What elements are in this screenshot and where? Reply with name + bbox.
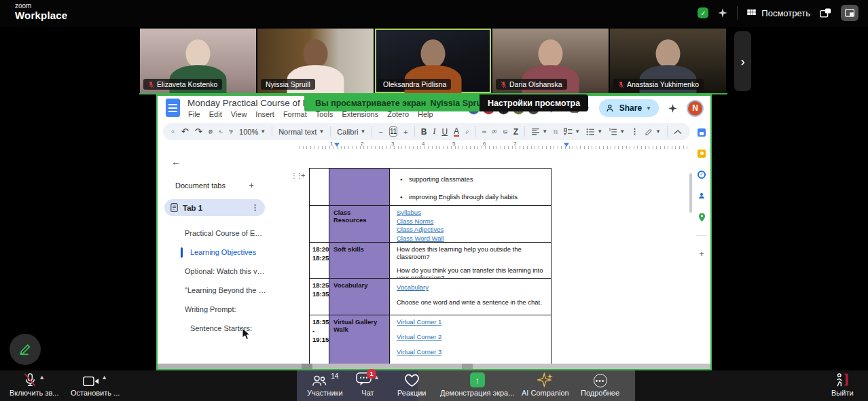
mouse-cursor	[242, 328, 251, 341]
right-indent-marker[interactable]	[564, 143, 569, 147]
tasks-icon[interactable]: ✓	[698, 171, 706, 179]
video-tile-oleksandra-active-speaker[interactable]: Oleksandra Pidlisna	[375, 29, 491, 93]
next-participants-button[interactable]: ›	[734, 31, 751, 91]
menu-view[interactable]: View	[231, 110, 247, 118]
video-tile-nyissia[interactable]: Nyissia Spruill	[257, 29, 374, 93]
checklist-select[interactable]: ▼	[564, 128, 580, 135]
chat-button[interactable]: 1 ▲ Чат	[356, 372, 380, 397]
font-select[interactable]: Calibri ▼	[337, 128, 365, 136]
video-tile-daria[interactable]: Daria Olshanska	[492, 29, 609, 93]
doc-link[interactable]: Virtual Corner 1	[397, 318, 441, 326]
outline-item[interactable]: Sentence Starters:	[158, 319, 272, 338]
annotate-button[interactable]	[10, 334, 41, 365]
tab-menu-icon[interactable]: ⋮	[251, 203, 259, 212]
video-tile-anastasia[interactable]: Anastasia Yukhimenko	[610, 29, 726, 93]
document-canvas[interactable]: ⋮⋮ + supporting classmates improving Eng…	[272, 150, 693, 364]
bold-icon[interactable]: B	[421, 127, 427, 137]
menu-edit[interactable]: Edit	[209, 110, 222, 118]
leave-button[interactable]: Выйти	[831, 372, 854, 397]
outline-item-active[interactable]: Learning Objectives	[158, 243, 272, 262]
stop-video-button[interactable]: ▲ Остановить ...	[71, 372, 120, 397]
contacts-icon[interactable]	[698, 192, 706, 200]
paint-format-icon[interactable]	[229, 128, 233, 136]
close-sidebar-icon[interactable]: ←	[171, 156, 181, 167]
table-drag-handle-icon[interactable]: ⋮⋮	[291, 172, 302, 179]
align-select[interactable]: ▼	[531, 128, 547, 135]
spellcheck-icon[interactable]	[219, 128, 223, 136]
google-docs-icon[interactable]	[166, 99, 180, 117]
calendar-icon[interactable]	[698, 128, 706, 137]
increase-font-icon[interactable]: +	[403, 128, 408, 136]
share-screen-button[interactable]: ↑ Демонстрация экра...	[440, 372, 514, 397]
time-start: 18:20-	[312, 245, 327, 254]
ruler-ticks	[299, 146, 687, 149]
outline-item[interactable]: Optional: Watch this vide...	[158, 262, 272, 281]
redo-icon[interactable]: ↷	[195, 126, 202, 137]
reactions-button[interactable]: Реакции	[397, 372, 427, 397]
zotero-icon[interactable]: Z	[513, 127, 518, 137]
decrease-font-icon[interactable]: −	[378, 128, 382, 136]
insert-image-icon[interactable]	[503, 128, 507, 136]
unmute-button[interactable]: ▲ Включить зв...	[10, 372, 58, 397]
italic-icon[interactable]: I	[433, 126, 435, 137]
doc-scrollbar[interactable]	[689, 173, 692, 213]
bulleted-list-select[interactable]: ▼	[586, 128, 602, 135]
mic-options-chevron-icon[interactable]: ▲	[39, 374, 45, 381]
outline-item[interactable]: Writing Prompt:	[158, 300, 272, 319]
line-spacing-icon[interactable]	[554, 128, 558, 136]
participant-name: Nyissia Spruill	[266, 80, 310, 88]
left-indent-marker[interactable]	[334, 143, 340, 147]
menu-format[interactable]: Format	[283, 110, 307, 118]
video-tile-elizaveta[interactable]: Elizaveta Kostenko	[140, 29, 256, 93]
active-layout-icon[interactable]	[841, 5, 858, 21]
doc-link[interactable]: Syllabus	[397, 209, 421, 216]
print-icon[interactable]	[209, 128, 213, 136]
participant-name: Oleksandra Pidlisna	[383, 80, 446, 88]
participants-button[interactable]: 14 Участники	[307, 372, 343, 397]
leave-meeting-icon	[834, 372, 850, 387]
undo-icon[interactable]: ↶	[181, 126, 189, 137]
view-settings-button[interactable]: Настройки просмотра	[480, 94, 588, 111]
zoom-select[interactable]: 100% ▼	[239, 128, 266, 136]
doc-link[interactable]: Virtual Corner 2	[397, 333, 441, 341]
doc-link[interactable]: Vocabulary	[397, 283, 429, 291]
text-color-icon[interactable]: A	[454, 127, 459, 137]
keep-icon[interactable]	[698, 150, 706, 158]
outline-item[interactable]: Practical Course of Engli...	[158, 224, 272, 243]
menu-insert[interactable]: Insert	[255, 110, 274, 118]
outline-item[interactable]: "Learning Beyond the Cl...	[158, 281, 272, 300]
doc-link[interactable]: Virtual Corner 3	[397, 348, 441, 355]
doc-link[interactable]: Class Norms	[397, 217, 433, 225]
ai-companion-button[interactable]: AI Companion	[522, 372, 569, 397]
ai-sparkle-icon[interactable]	[717, 7, 728, 18]
table-add-icon[interactable]: +	[301, 171, 305, 179]
maps-icon[interactable]	[698, 213, 706, 222]
insert-link-icon[interactable]	[482, 128, 487, 136]
editing-mode-select[interactable]: ▼	[645, 128, 661, 136]
more-button[interactable]: ••• Подробнее	[581, 372, 619, 397]
font-size-input[interactable]: 11	[389, 126, 397, 137]
tab-1-item[interactable]: Tab 1 ⋮	[164, 199, 265, 216]
add-comment-icon[interactable]	[492, 128, 496, 136]
pip-window-icon[interactable]	[819, 7, 832, 19]
gemini-sparkle-icon[interactable]	[668, 103, 678, 114]
highlight-icon[interactable]	[465, 128, 469, 136]
share-button[interactable]: Share ▼	[599, 99, 659, 117]
time-start: 18:35 -	[312, 318, 327, 336]
numbered-list-select[interactable]: ▼	[609, 128, 625, 135]
account-avatar[interactable]: N	[687, 100, 704, 117]
underline-icon[interactable]: U	[441, 127, 448, 137]
add-tab-icon[interactable]: +	[249, 180, 254, 190]
video-options-chevron-icon[interactable]: ▲	[101, 374, 107, 381]
more-options-icon[interactable]: ⋮	[631, 127, 638, 136]
doc-link[interactable]: Class Adjectives	[397, 226, 444, 233]
paragraph-style-select[interactable]: Normal text ▼	[278, 128, 324, 136]
collapse-toolbar-icon[interactable]	[674, 129, 682, 135]
ruler[interactable]: 1 2 3 4 5 6 7	[272, 141, 694, 150]
view-button[interactable]: Посмотреть	[746, 8, 810, 18]
search-icon[interactable]	[171, 128, 175, 136]
menu-file[interactable]: File	[188, 110, 200, 118]
add-addon-icon[interactable]: +	[699, 249, 704, 259]
doc-link[interactable]: Class Word Wall	[397, 234, 444, 242]
security-shield-icon[interactable]: ✓	[698, 7, 708, 18]
